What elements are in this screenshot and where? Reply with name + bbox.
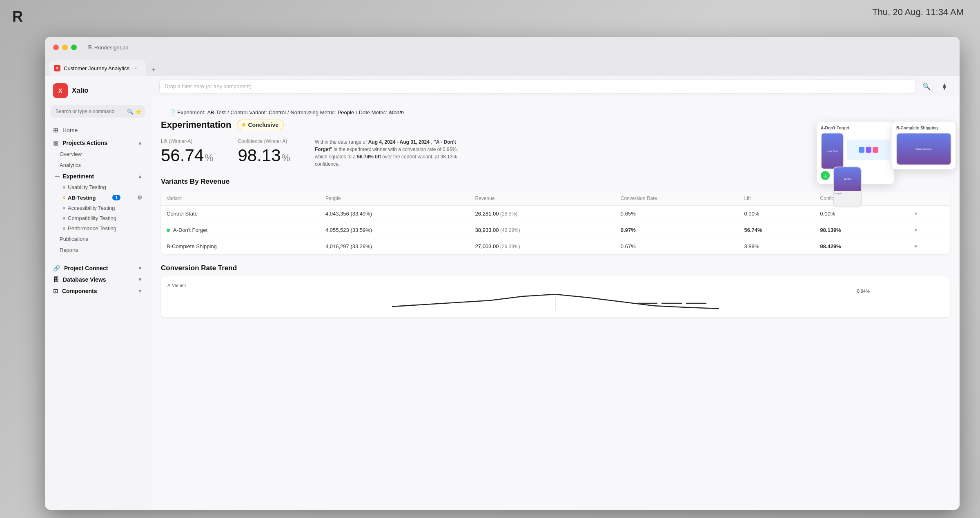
accessibility-testing-label: Accessibility Testing [68, 205, 115, 211]
sidebar-item-home[interactable]: ⊞ Home [45, 123, 151, 137]
table-row: Control State 4,043,356 (33.49%) 26,281.… [161, 206, 950, 222]
desc-date: Within the date range of [315, 139, 368, 145]
experimentation-title: Experimentation [161, 120, 231, 130]
components-label: Components [62, 288, 97, 294]
control-conversion: 0.65% [615, 206, 739, 222]
breadcrumb-control-variant-label: Control Variant: [231, 109, 267, 116]
a-confidence: 98.139% [814, 222, 908, 238]
trend-chart-svg [167, 290, 943, 311]
control-revenue: 26,281.00 (28.5%) [470, 206, 615, 222]
sidebar-search-row: 🔍 ⭐ [51, 105, 145, 118]
bookmark-icon[interactable]: ⭐ [135, 109, 142, 115]
b-expand[interactable]: ▼ [908, 238, 950, 255]
sidebar-item-overview[interactable]: Overview [45, 149, 151, 160]
lift-value: 56.74 % [161, 146, 213, 165]
filter-placeholder-text: Drop a filter here (or any component) [165, 83, 252, 89]
col-header-variant: Variant [161, 191, 320, 206]
variants-table: Variant People Revenue Conversion Rate L… [161, 191, 950, 254]
b-variant-name-cell: B-Complete Shipping [161, 238, 320, 255]
peak-value-label: 0.94% [857, 289, 870, 293]
sidebar-item-components[interactable]: ⊡ Components ▼ [45, 285, 151, 297]
col-header-people: People [320, 191, 470, 206]
database-views-label: Database Views [63, 276, 106, 283]
lift-unit: % [205, 152, 213, 164]
confidence-value: 98.13 % [238, 146, 290, 165]
a-variant-trend-label: A-Variant [167, 283, 943, 288]
table-row: B-Complete Shipping 4,016,297 (33.29%) 2… [161, 238, 950, 255]
main-toolbar: Drop a filter here (or any component) 🔍 … [151, 76, 960, 97]
description-block: Within the date range of Aug 4, 2024 - A… [315, 138, 470, 168]
control-state-label: Control State [167, 211, 198, 217]
minimize-button[interactable] [62, 44, 68, 50]
control-expand[interactable]: ▼ [908, 206, 950, 222]
sidebar-item-publications[interactable]: Publications [45, 233, 151, 245]
inactive-tab-label: RondesignLab [94, 44, 129, 51]
database-icon: 🗄 [53, 276, 59, 283]
sidebar-item-projects-actions[interactable]: ▣ Projects Actions ▲ [45, 137, 151, 149]
sidebar-item-performance-testing[interactable]: Performance Testing [45, 223, 151, 233]
sidebar-item-database-views[interactable]: 🗄 Database Views ▼ [45, 274, 151, 285]
overview-label: Overview [60, 151, 82, 157]
tab-add-button[interactable]: + [147, 64, 160, 76]
filter-toolbar-icon: ⧫ [943, 82, 946, 90]
desktop: R Thu, 20 Aug. 11:34 AM R RondesignLab [0, 0, 980, 518]
lift-stat-block: Lift (Winner-A) 56.74 % [161, 138, 213, 168]
sidebar-item-accessibility-testing[interactable]: Accessibility Testing [45, 203, 151, 213]
col-header-expand [908, 191, 950, 206]
active-tab[interactable]: X Customer Journey Analytics × [49, 60, 146, 76]
database-chevron-icon: ▼ [138, 277, 143, 282]
accessibility-dot [63, 207, 65, 209]
b-conversion: 0.67% [615, 238, 739, 255]
search-icon[interactable]: 🔍 [127, 109, 134, 115]
sidebar-item-analytics[interactable]: Analytics [45, 160, 151, 171]
sidebar-item-compatibility-testing[interactable]: Compatibility Testing [45, 213, 151, 223]
sidebar-item-experiment[interactable]: — Experiment ▲ [45, 171, 151, 182]
confidence-label: Confidence (Winner A) [238, 138, 290, 144]
a-expand[interactable]: ▼ [908, 222, 950, 238]
sidebar-divider [51, 259, 145, 259]
experiment-label: Experiment [63, 173, 94, 180]
a-conversion: 0.97% [615, 222, 739, 238]
close-button[interactable] [53, 44, 59, 50]
analytics-label: Analytics [60, 162, 81, 168]
breadcrumb-experiment-label: Experiment: [177, 109, 205, 116]
sidebar-item-reports[interactable]: Reports [45, 245, 151, 256]
desc-date-range: Aug 4, 2024 - Aug 31, 2024 [368, 139, 430, 145]
performance-testing-label: Performance Testing [68, 225, 116, 231]
tab-favicon: X [54, 65, 60, 71]
b-lift: 3.89% [738, 238, 814, 255]
trend-title: Conversion Rate Trend [161, 264, 950, 272]
search-toolbar-button[interactable]: 🔍 [920, 80, 933, 93]
lift-label: Lift (Winner-A) [161, 138, 213, 144]
projects-chevron-icon: ▲ [138, 140, 143, 146]
inactive-tab[interactable]: R RondesignLab [82, 41, 135, 54]
stats-row: Lift (Winner-A) 56.74 % Confidence (Winn… [161, 138, 950, 168]
tab-close-button[interactable]: × [133, 65, 138, 71]
sidebar-item-ab-testing[interactable]: AB-Testing 1 ⚙ [45, 192, 151, 203]
breadcrumb-sep1: / [227, 109, 229, 116]
sidebar-item-project-connect[interactable]: 🔗 Project Connect ▼ [45, 262, 151, 274]
a-variant-label: A-Don't Forget [173, 227, 207, 233]
top-bar: Thu, 20 Aug. 11:34 AM [0, 0, 980, 24]
sidebar-item-usability-testing[interactable]: Usability Testing [45, 182, 151, 192]
variants-section: Variants By Revenue Variant People Reven… [161, 178, 950, 254]
traffic-lights [53, 44, 77, 50]
breadcrumb-date-metric-label: Date Metric: [359, 109, 388, 116]
filter-drop-zone[interactable]: Drop a filter here (or any component) [159, 80, 915, 93]
gear-icon[interactable]: ⚙ [137, 194, 143, 201]
experiment-chevron-icon: ▲ [138, 173, 143, 179]
conclusive-label: Conclusive [248, 122, 278, 128]
home-icon: ⊞ [53, 127, 58, 134]
usability-testing-label: Usability Testing [68, 184, 106, 190]
confidence-stat-block: Confidence (Winner A) 98.13 % [238, 138, 290, 168]
table-row: A-Don't Forget 4,055,523 (33.59%) 38,933… [161, 222, 950, 238]
fullscreen-button[interactable] [71, 44, 77, 50]
variant-name-cell: Control State [161, 206, 320, 222]
browser-tabs: X Customer Journey Analytics × + [45, 58, 960, 76]
b-people: 4,016,297 (33.29%) [320, 238, 470, 255]
filter-toolbar-button[interactable]: ⧫ [938, 80, 951, 93]
project-connect-label: Project Connect [64, 265, 108, 271]
breadcrumb-control: Control [269, 109, 286, 116]
trend-section: Conversion Rate Trend A-Variant 0.94% [161, 264, 950, 317]
a-revenue: 38,933.00 (42.29%) [470, 222, 615, 238]
